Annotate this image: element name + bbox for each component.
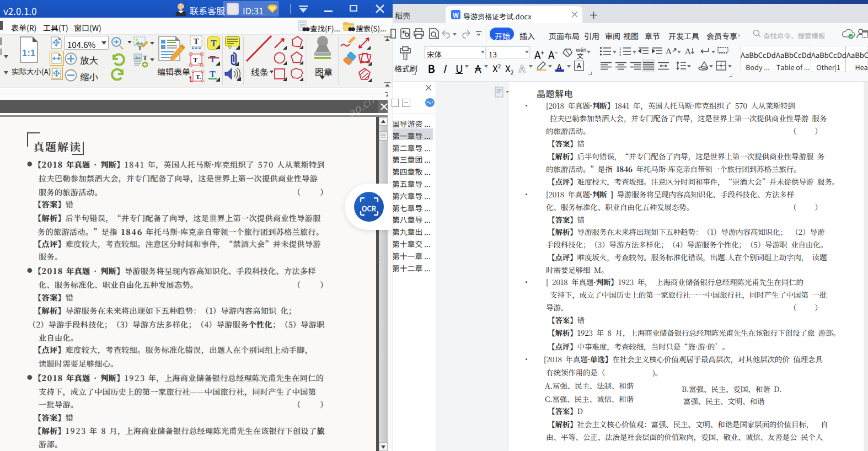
svg-text:A: A xyxy=(666,47,672,56)
svg-text:1:1: 1:1 xyxy=(22,48,36,58)
svg-text:T: T xyxy=(210,69,216,79)
svg-text:A: A xyxy=(685,47,691,56)
svg-text:T: T xyxy=(210,55,216,64)
svg-text:T_: T_ xyxy=(193,56,202,64)
svg-text:T.: T. xyxy=(196,73,201,80)
svg-text:T: T xyxy=(143,54,147,62)
svg-text:T: T xyxy=(211,39,217,48)
svg-text:T: T xyxy=(138,44,142,51)
svg-text:T: T xyxy=(194,37,199,46)
